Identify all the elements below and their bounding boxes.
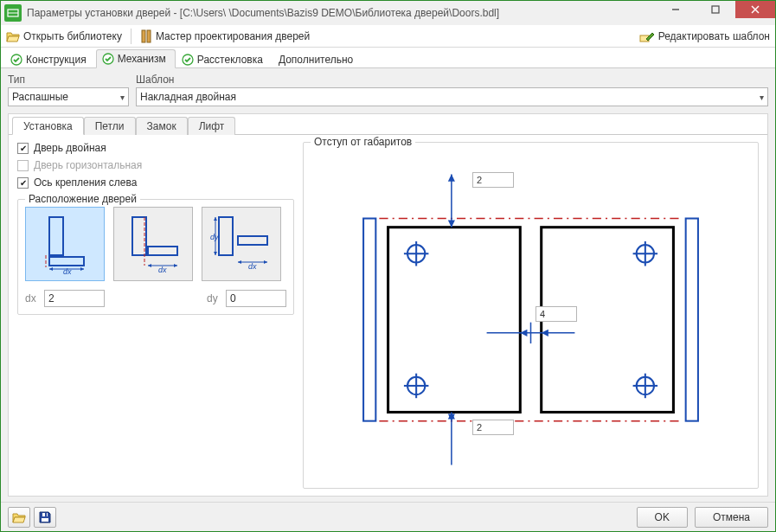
- type-select[interactable]: Распашные ▾: [8, 87, 129, 106]
- tab-construction[interactable]: Конструкция: [4, 50, 96, 68]
- svg-rect-6: [142, 30, 145, 42]
- maximize-button[interactable]: [696, 1, 735, 18]
- edit-template-icon: [639, 30, 655, 42]
- type-value: Распашные: [12, 91, 68, 103]
- subtab-hinges[interactable]: Петли: [84, 117, 136, 135]
- chevron-down-icon: ▾: [120, 93, 125, 102]
- offset-bottom-value: 2: [477, 422, 482, 433]
- svg-rect-12: [49, 217, 63, 255]
- cancel-label: Отмена: [713, 511, 750, 523]
- checkbox-icon: ✔: [17, 177, 29, 189]
- dx-input[interactable]: 2: [44, 290, 105, 307]
- door-layout-title: Расположение дверей: [25, 193, 140, 205]
- template-column: Шаблон Накладная двойная ▾: [136, 74, 768, 106]
- offset-column: Отступ от габаритов: [303, 142, 759, 489]
- dy-label: dy: [207, 292, 222, 304]
- titlebar: Параметры установки дверей - [C:\Users\ …: [1, 1, 775, 25]
- subtab-lift[interactable]: Лифт: [188, 117, 236, 135]
- install-options-column: ✔ Дверь двойная Дверь горизонтальная ✔ О…: [17, 142, 294, 489]
- hinge-left-label: Ось крепления слева: [34, 176, 137, 189]
- cancel-button[interactable]: Отмена: [695, 507, 768, 528]
- door-wizard-button[interactable]: Мастер проектирования дверей: [140, 29, 310, 43]
- offset-top-value: 2: [477, 175, 482, 185]
- subtab-lift-label: Лифт: [199, 120, 225, 132]
- bottom-bar: OK Отмена: [1, 502, 775, 531]
- toolbar: Открыть библиотеку Мастер проектирования…: [1, 25, 775, 48]
- svg-rect-22: [219, 217, 233, 255]
- subtab-install-label: Установка: [23, 120, 73, 132]
- svg-rect-23: [238, 236, 267, 245]
- open-library-label: Открыть библиотеку: [23, 30, 122, 42]
- svg-text:dx: dx: [158, 266, 167, 274]
- check-icon: [10, 54, 22, 66]
- layout-option-1[interactable]: dx: [25, 207, 105, 281]
- dy-field: dy 0: [207, 290, 286, 307]
- tab-extra-label: Дополнительно: [279, 54, 353, 66]
- tab-mechanism[interactable]: Механизм: [96, 49, 176, 68]
- layout-option-2[interactable]: dx: [113, 207, 193, 281]
- save-icon: [39, 511, 51, 523]
- edit-template-label: Редактировать шаблон: [658, 30, 770, 42]
- close-button[interactable]: [735, 1, 775, 18]
- svg-rect-28: [363, 219, 375, 421]
- offset-bottom-input[interactable]: 2: [472, 420, 514, 435]
- checkbox-icon: [17, 160, 29, 171]
- hinge-left-checkbox[interactable]: ✔ Ось крепления слева: [17, 176, 294, 189]
- svg-rect-7: [147, 30, 151, 42]
- window-title: Параметры установки дверей - [C:\Users\ …: [27, 7, 656, 19]
- svg-rect-3: [712, 6, 719, 13]
- double-door-label: Дверь двойная: [34, 142, 106, 154]
- check-icon: [102, 53, 114, 65]
- door-wizard-icon: [140, 29, 152, 43]
- sub-tab-bar: Установка Петли Замок Лифт: [9, 114, 767, 135]
- ok-button[interactable]: OK: [637, 507, 688, 528]
- offset-top-input[interactable]: 2: [472, 172, 514, 188]
- open-library-button[interactable]: Открыть библиотеку: [6, 30, 122, 42]
- dialog-buttons: OK Отмена: [637, 507, 768, 528]
- checkbox-icon: ✔: [17, 143, 29, 154]
- offset-middle-value: 4: [540, 309, 545, 319]
- template-select[interactable]: Накладная двойная ▾: [136, 87, 768, 106]
- dy-input[interactable]: 0: [226, 290, 286, 307]
- door-layout-group: Расположение дверей dx: [17, 199, 294, 315]
- type-template-row: Тип Распашные ▾ Шаблон Накладная двойная…: [8, 74, 768, 106]
- svg-rect-50: [42, 518, 48, 522]
- double-door-checkbox[interactable]: ✔ Дверь двойная: [17, 142, 294, 154]
- tab-construction-label: Конструкция: [26, 54, 87, 66]
- dx-label: dx: [25, 292, 41, 304]
- chevron-down-icon: ▾: [760, 93, 764, 102]
- tab-glazing[interactable]: Расстекловка: [176, 50, 273, 68]
- main-tab-bar: Конструкция Механизм Расстекловка Дополн…: [1, 48, 775, 68]
- open-button[interactable]: [8, 507, 30, 528]
- svg-rect-13: [49, 257, 84, 266]
- toolbar-separator: [131, 29, 131, 44]
- window-buttons: [656, 1, 775, 18]
- mechanism-panel: Установка Петли Замок Лифт ✔ Дверь двойн…: [8, 113, 768, 497]
- check-icon: [182, 54, 194, 66]
- template-value: Накладная двойная: [140, 91, 236, 103]
- offset-group: Отступ от габаритов: [303, 142, 759, 489]
- dy-value: 0: [230, 292, 236, 304]
- offset-title: Отступ от габаритов: [311, 136, 415, 148]
- layout-option-3[interactable]: dy dx: [202, 207, 281, 281]
- folder-open-icon: [6, 30, 20, 42]
- tab-extra[interactable]: Дополнительно: [273, 50, 362, 68]
- edit-template-button[interactable]: Редактировать шаблон: [639, 30, 770, 42]
- horizontal-door-label: Дверь горизонтальная: [34, 159, 142, 171]
- subtab-hinges-label: Петли: [95, 120, 125, 132]
- folder-open-icon: [12, 511, 26, 523]
- offset-middle-input[interactable]: 4: [536, 306, 577, 322]
- window: Параметры установки дверей - [C:\Users\ …: [0, 0, 776, 532]
- subtab-install[interactable]: Установка: [12, 117, 84, 135]
- dx-value: 2: [48, 292, 55, 304]
- minimize-button[interactable]: [656, 1, 696, 18]
- panel-body: ✔ Дверь двойная Дверь горизонтальная ✔ О…: [9, 135, 767, 496]
- svg-text:dy: dy: [210, 233, 219, 241]
- dx-dy-row: dx 2 dy 0: [25, 290, 286, 307]
- dx-field: dx 2: [25, 290, 105, 307]
- subtab-lock[interactable]: Замок: [136, 117, 188, 135]
- ok-label: OK: [655, 511, 670, 523]
- svg-rect-52: [45, 513, 47, 516]
- door-wizard-label: Мастер проектирования дверей: [156, 30, 310, 42]
- save-button[interactable]: [34, 507, 56, 528]
